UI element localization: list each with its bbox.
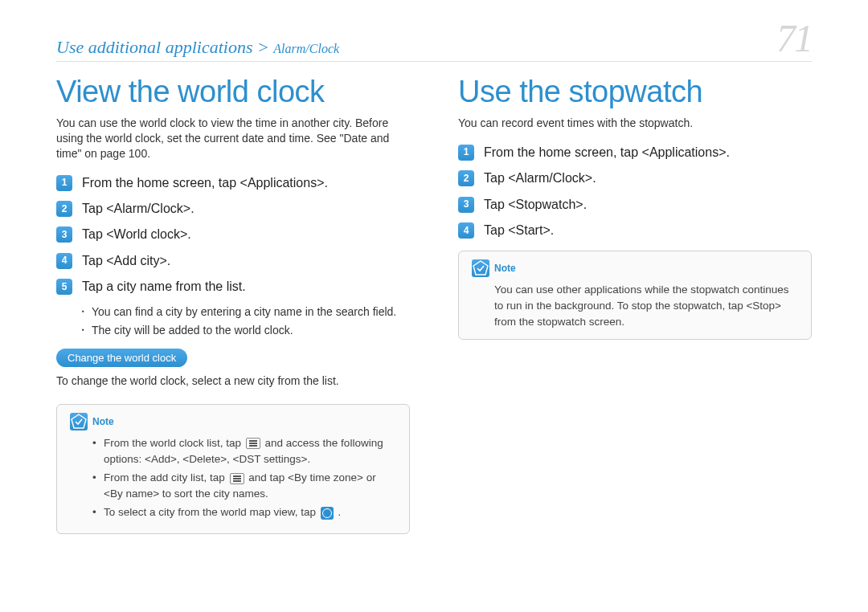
section-title-world-clock: View the world clock: [56, 75, 410, 109]
step-item: 2Tap <Alarm/Clock>.: [56, 200, 410, 218]
step-number-badge: 3: [458, 197, 474, 213]
page-number: 71: [776, 19, 812, 58]
svg-marker-1: [473, 261, 488, 275]
step-item: 5Tap a city name from the list.: [56, 278, 410, 296]
note-body: You can use other applications while the…: [494, 282, 798, 329]
note-box-world-clock: Note From the world clock list, tap and …: [56, 404, 410, 534]
note-item: From the world clock list, tap and acces…: [92, 435, 396, 467]
step-text: Tap <Alarm/Clock>.: [82, 200, 410, 218]
right-column: Use the stopwatch You can record event t…: [458, 75, 812, 534]
sub-bullets-world-clock: You can find a city by entering a city n…: [82, 304, 410, 338]
step-item: 4Tap <Start>.: [458, 222, 812, 239]
step-text: Tap <Stopwatch>.: [484, 196, 812, 214]
globe-icon: [321, 507, 334, 520]
svg-marker-0: [72, 414, 86, 428]
step-item: 3Tap <Stopwatch>.: [458, 196, 812, 214]
step-number-badge: 4: [458, 222, 474, 239]
note-body: From the world clock list, tap and acces…: [92, 435, 396, 520]
note-item: From the add city list, tap and tap <By …: [92, 470, 396, 501]
breadcrumb: Use additional applications > Alarm/Cloc…: [56, 37, 339, 58]
step-text: Tap <World clock>.: [82, 226, 410, 243]
page-header: Use additional applications > Alarm/Cloc…: [56, 19, 812, 62]
intro-stopwatch: You can record event times with the stop…: [458, 116, 812, 131]
breadcrumb-sep: >: [252, 37, 273, 57]
note-label: Note: [494, 263, 516, 274]
left-column: View the world clock You can use the wor…: [56, 75, 410, 534]
sub-bullet: The city will be added to the world cloc…: [82, 323, 410, 338]
step-text: Tap <Start>.: [484, 222, 812, 239]
step-text: From the home screen, tap <Applications>…: [82, 174, 410, 192]
step-number-badge: 2: [56, 201, 72, 217]
steps-world-clock: 1From the home screen, tap <Applications…: [56, 174, 410, 296]
breadcrumb-sub: Alarm/Clock: [273, 42, 339, 55]
step-number-badge: 1: [458, 145, 474, 161]
step-number-badge: 2: [458, 170, 474, 186]
step-item: 4Tap <Add city>.: [56, 252, 410, 270]
note-header: Note: [70, 413, 396, 430]
step-text: From the home screen, tap <Applications>…: [484, 144, 812, 161]
step-text: Tap <Add city>.: [82, 252, 410, 270]
intro-world-clock: You can use the world clock to view the …: [56, 116, 410, 161]
step-number-badge: 4: [56, 253, 72, 269]
pill-change-world-clock: Change the world clock: [56, 349, 187, 367]
section-title-stopwatch: Use the stopwatch: [458, 75, 812, 109]
pill-description: To change the world clock, select a new …: [56, 373, 410, 390]
step-item: 2Tap <Alarm/Clock>.: [458, 169, 812, 187]
note-item: To select a city from the world map view…: [92, 504, 396, 520]
menu-icon: [230, 473, 244, 484]
step-number-badge: 5: [56, 279, 72, 295]
step-number-badge: 3: [56, 226, 72, 243]
breadcrumb-main: Use additional applications: [56, 37, 252, 57]
sub-bullet: You can find a city by entering a city n…: [82, 304, 410, 320]
step-item: 1From the home screen, tap <Applications…: [458, 144, 812, 161]
content-columns: View the world clock You can use the wor…: [56, 75, 812, 534]
step-number-badge: 1: [56, 175, 72, 191]
note-icon: [472, 259, 489, 277]
step-item: 1From the home screen, tap <Applications…: [56, 174, 410, 192]
note-header: Note: [472, 259, 798, 277]
note-list: From the world clock list, tap and acces…: [92, 435, 396, 520]
note-icon: [70, 413, 88, 430]
step-item: 3Tap <World clock>.: [56, 226, 410, 243]
note-box-stopwatch: Note You can use other applications whil…: [458, 251, 812, 340]
menu-icon: [246, 438, 260, 449]
step-text: Tap a city name from the list.: [82, 278, 410, 296]
manual-page: Use additional applications > Alarm/Cloc…: [0, 0, 868, 550]
step-text: Tap <Alarm/Clock>.: [484, 169, 812, 187]
note-label: Note: [92, 416, 114, 427]
steps-stopwatch: 1From the home screen, tap <Applications…: [458, 144, 812, 240]
